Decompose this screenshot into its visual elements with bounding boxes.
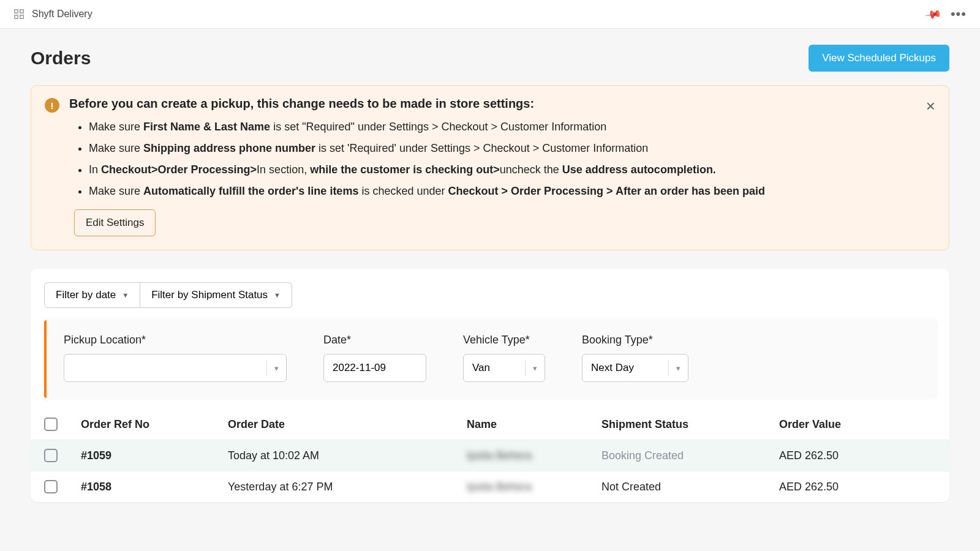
order-date: Today at 10:02 AM [228, 449, 467, 462]
customer-name: Ipsita Behera [467, 481, 601, 493]
shipment-status: Booking Created [601, 449, 779, 462]
order-date: Yesterday at 6:27 PM [228, 481, 467, 493]
page-title: Orders [31, 48, 91, 69]
filters: Filter by date▼ Filter by Shipment Statu… [31, 282, 949, 320]
pin-icon[interactable]: 📌 [924, 5, 943, 24]
order-ref: #1059 [81, 449, 228, 462]
col-ref: Order Ref No [81, 418, 228, 431]
svg-rect-1 [20, 10, 23, 13]
filter-label: Filter by Shipment Status [151, 289, 268, 301]
page: Orders View Scheduled Pickups × ! Before… [0, 29, 980, 527]
alert-actions: Edit Settings [74, 209, 935, 236]
topbar: Shyft Delivery 📌 ••• [0, 0, 980, 29]
shipment-status: Not Created [601, 481, 779, 493]
customer-name: Ipsita Behera [467, 449, 601, 462]
order-value: AED 262.50 [779, 481, 936, 493]
booking-type-field: Booking Type* ▾ [582, 334, 688, 382]
filter-label: Filter by date [56, 289, 116, 301]
pickup-form: Pickup Location* ▾ Date* Vehicle Type* [44, 320, 936, 398]
filter-by-status-button[interactable]: Filter by Shipment Status▼ [140, 282, 292, 308]
warning-icon: ! [45, 98, 59, 113]
svg-rect-3 [20, 15, 23, 18]
table-row[interactable]: #1058Yesterday at 6:27 PMIpsita BeheraNo… [31, 471, 949, 502]
col-value: Order Value [779, 418, 936, 431]
edit-settings-button[interactable]: Edit Settings [74, 209, 156, 236]
alert-item: In Checkout>Order Processing>In section,… [89, 162, 935, 178]
view-scheduled-pickups-button[interactable]: View Scheduled Pickups [809, 45, 949, 72]
orders-table: Order Ref No Order Date Name Shipment St… [31, 413, 949, 502]
booking-type-select[interactable]: ▾ [582, 354, 688, 382]
page-header: Orders View Scheduled Pickups [31, 45, 949, 72]
alert-list: Make sure First Name & Last Name is set … [89, 119, 935, 200]
more-icon[interactable]: ••• [951, 6, 967, 22]
alert-head: ! Before you can create a pickup, this c… [45, 97, 935, 113]
field-label: Booking Type* [582, 334, 688, 347]
field-label: Vehicle Type* [463, 334, 545, 347]
alert-title: Before you can create a pickup, this cha… [69, 97, 534, 111]
settings-alert: × ! Before you can create a pickup, this… [31, 85, 949, 250]
booking-type-input[interactable] [582, 354, 668, 381]
pickup-location-select[interactable]: ▾ [64, 354, 287, 382]
table-header: Order Ref No Order Date Name Shipment St… [31, 413, 949, 440]
field-label: Pickup Location* [64, 334, 287, 347]
row-checkbox[interactable] [44, 449, 58, 462]
order-value: AED 262.50 [779, 449, 936, 462]
alert-item: Make sure Automatically fulfill the orde… [89, 183, 935, 200]
col-status: Shipment Status [601, 418, 779, 431]
vehicle-type-input[interactable] [464, 354, 525, 381]
pickup-location-input[interactable] [64, 354, 266, 381]
svg-rect-2 [15, 15, 18, 18]
filter-by-date-button[interactable]: Filter by date▼ [44, 282, 140, 308]
chevron-down-icon[interactable]: ▾ [669, 364, 688, 373]
close-icon[interactable]: × [926, 97, 935, 116]
caret-down-icon: ▼ [274, 291, 281, 299]
row-checkbox[interactable] [44, 480, 58, 493]
table-row[interactable]: #1059Today at 10:02 AMIpsita BeheraBooki… [31, 440, 949, 471]
svg-rect-0 [15, 10, 18, 13]
topbar-left: Shyft Delivery [13, 9, 92, 20]
apps-icon [13, 9, 24, 20]
col-name: Name [467, 418, 601, 431]
chevron-down-icon[interactable]: ▾ [267, 364, 286, 373]
date-input[interactable] [324, 354, 426, 381]
vehicle-type-field: Vehicle Type* ▾ [463, 334, 545, 382]
date-field: Date* [323, 334, 426, 382]
chevron-down-icon[interactable]: ▾ [526, 364, 545, 373]
caret-down-icon: ▼ [122, 291, 129, 299]
orders-card: Filter by date▼ Filter by Shipment Statu… [31, 269, 949, 502]
alert-item: Make sure First Name & Last Name is set … [89, 119, 935, 135]
alert-item: Make sure Shipping address phone number … [89, 140, 935, 157]
col-date: Order Date [228, 418, 467, 431]
app-title: Shyft Delivery [32, 9, 92, 20]
pickup-location-field: Pickup Location* ▾ [64, 334, 287, 382]
topbar-right: 📌 ••• [926, 6, 967, 22]
order-ref: #1058 [81, 481, 228, 493]
date-input-wrap[interactable] [323, 354, 426, 382]
vehicle-type-select[interactable]: ▾ [463, 354, 545, 382]
field-label: Date* [323, 334, 426, 347]
select-all-checkbox[interactable] [44, 418, 58, 431]
